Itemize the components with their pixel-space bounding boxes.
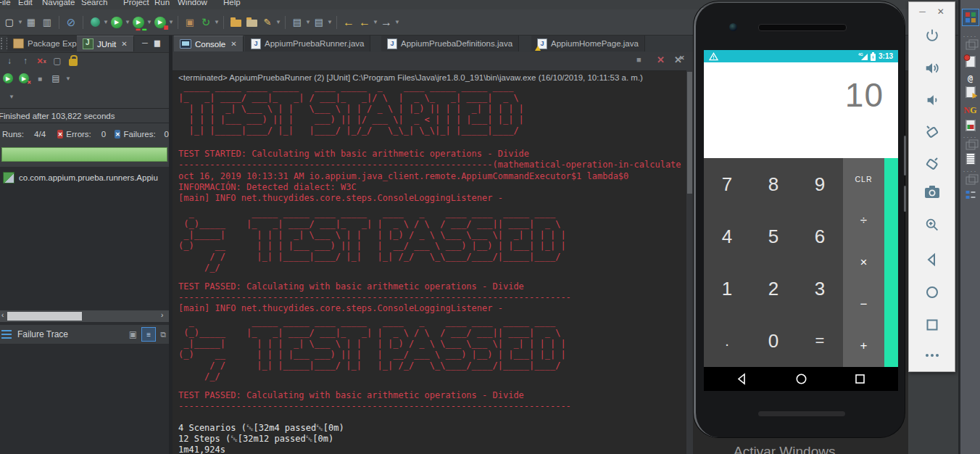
- horizontal-scrollbar[interactable]: ‹ ›: [0, 310, 169, 322]
- open-task-icon[interactable]: ▤: [312, 15, 326, 30]
- volume-up-icon[interactable]: [921, 57, 943, 79]
- key-2[interactable]: 2: [750, 263, 797, 315]
- menu-run[interactable]: Run: [154, 0, 170, 7]
- nav-home-icon[interactable]: [795, 373, 807, 385]
- menu-file[interactable]: File: [0, 0, 11, 7]
- task-dropdown-icon[interactable]: ▼: [327, 19, 333, 25]
- stop-test-icon[interactable]: ■: [33, 72, 46, 85]
- tab-appium-home-page[interactable]: J AppiumHomePage.java: [531, 36, 645, 51]
- forward-icon[interactable]: →: [379, 15, 394, 30]
- coverage-dropdown-icon[interactable]: ▼: [146, 19, 152, 25]
- layout-dropdown-icon[interactable]: ▼: [65, 75, 71, 82]
- maximize-view-icon[interactable]: ▆: [154, 38, 160, 46]
- outline-view-icon[interactable]: [966, 190, 975, 199]
- screenshot-camera-icon[interactable]: [921, 181, 943, 203]
- key-3[interactable]: 3: [797, 263, 843, 315]
- menu-help[interactable]: Help: [223, 0, 241, 7]
- key-multiply[interactable]: ×: [843, 242, 884, 284]
- nav-overview-icon[interactable]: [854, 373, 866, 385]
- rerun-test-icon[interactable]: ▶: [1, 72, 14, 85]
- restore-view-icon[interactable]: [966, 177, 975, 185]
- snippet-export-icon[interactable]: [966, 86, 975, 98]
- tab-appium-prueba-definitions[interactable]: J AppiumPruebaDefinitions.java: [381, 36, 519, 51]
- forward-dropdown-icon[interactable]: ▼: [394, 19, 400, 25]
- volume-button[interactable]: [904, 136, 906, 176]
- key-5[interactable]: 5: [750, 210, 797, 263]
- nav-back-icon[interactable]: [736, 373, 748, 385]
- run-dropdown-icon[interactable]: ▼: [125, 19, 130, 25]
- volume-down-icon[interactable]: [921, 89, 943, 111]
- key-8[interactable]: 8: [750, 158, 797, 210]
- report-view-icon[interactable]: [966, 120, 975, 131]
- debug-dropdown-icon[interactable]: ▼: [103, 19, 109, 25]
- refresh-dropdown-icon[interactable]: ▼: [214, 19, 220, 25]
- close-icon[interactable]: ✕: [231, 40, 236, 48]
- new-dropdown-icon[interactable]: ▼: [17, 19, 23, 25]
- scroll-left-icon[interactable]: ‹: [1, 311, 4, 319]
- menu-edit[interactable]: Edit: [18, 0, 33, 7]
- copy-trace-icon[interactable]: ⧉: [160, 330, 166, 339]
- key-9[interactable]: 9: [797, 158, 843, 210]
- terminate-icon[interactable]: ■: [636, 55, 641, 64]
- remove-launch-icon[interactable]: ✕: [657, 54, 665, 65]
- remove-all-launches-icon[interactable]: ✕✕: [674, 54, 687, 65]
- new-wizard-icon[interactable]: ▢: [2, 15, 17, 30]
- previous-failure-icon[interactable]: ↑: [19, 54, 32, 67]
- marker-dropdown-icon[interactable]: ▼: [275, 19, 281, 25]
- back-icon[interactable]: ←: [357, 15, 372, 30]
- console-scrollbar-thumb[interactable]: [687, 72, 692, 194]
- zoom-icon[interactable]: [921, 214, 943, 236]
- emulator-close-icon[interactable]: ✕: [937, 7, 944, 17]
- rerun-failed-icon[interactable]: ▶✕: [17, 72, 30, 85]
- ng-app-icon[interactable]: NG: [963, 105, 976, 116]
- test-tree-item[interactable]: co.com.appium.prueba.runners.Appiu: [3, 172, 158, 183]
- key-decimal[interactable]: .: [704, 315, 750, 367]
- scrollbar-thumb[interactable]: [7, 312, 82, 321]
- close-icon[interactable]: ✕: [121, 40, 127, 48]
- console-scrollbar[interactable]: [686, 70, 693, 454]
- rotate-right-icon[interactable]: [921, 153, 943, 175]
- tab-appium-prueba-runner[interactable]: J AppiumPruebaRunner.java: [245, 36, 370, 51]
- view-menu-icon[interactable]: ▼: [9, 94, 14, 100]
- restore-view-icon[interactable]: [966, 42, 975, 50]
- run-icon[interactable]: ▶: [109, 15, 124, 30]
- advanced-panel-handle[interactable]: [884, 158, 898, 367]
- power-icon[interactable]: [921, 25, 943, 46]
- problems-view-icon[interactable]: [966, 56, 975, 67]
- key-add[interactable]: +: [843, 325, 884, 367]
- key-divide[interactable]: ÷: [843, 200, 884, 242]
- emu-back-icon[interactable]: [921, 249, 943, 271]
- more-options-icon[interactable]: [921, 344, 943, 366]
- key-0[interactable]: 0: [750, 315, 797, 367]
- show-skipped-icon[interactable]: ▢: [51, 54, 64, 67]
- scroll-right-icon[interactable]: ›: [161, 311, 163, 319]
- rotate-left-icon[interactable]: [921, 121, 943, 143]
- emulator-screen[interactable]: 4G 3:13 10 7 8 9: [704, 50, 898, 391]
- active-app-icon[interactable]: [962, 9, 979, 26]
- next-failure-icon[interactable]: ↓: [3, 54, 16, 67]
- key-1[interactable]: 1: [704, 263, 750, 315]
- mentions-view-icon[interactable]: @: [968, 73, 973, 83]
- back-history-icon[interactable]: ←: [341, 15, 356, 30]
- key-7[interactable]: 7: [704, 158, 750, 210]
- test-hierarchy-icon[interactable]: ▤: [49, 72, 62, 85]
- emu-overview-icon[interactable]: [921, 314, 943, 336]
- emulator-minimize-icon[interactable]: ─: [919, 7, 926, 17]
- key-equals[interactable]: =: [797, 315, 843, 367]
- restore-view-icon[interactable]: [966, 142, 975, 150]
- emu-home-icon[interactable]: [921, 281, 943, 303]
- save-icon[interactable]: ▦: [24, 15, 38, 30]
- menu-project[interactable]: Project: [123, 0, 149, 7]
- skip-breakpoints-icon[interactable]: ⊘: [64, 15, 78, 30]
- tab-junit[interactable]: JUnit ✕: [77, 36, 134, 51]
- open-type-icon[interactable]: ▤: [290, 15, 304, 30]
- scroll-lock-icon[interactable]: [67, 54, 80, 67]
- coverage-icon[interactable]: ▶▂▂: [131, 15, 146, 30]
- profile-dropdown-icon[interactable]: ▼: [168, 19, 174, 25]
- save-all-icon[interactable]: ▥: [40, 15, 54, 30]
- key-clear[interactable]: CLR: [843, 158, 884, 200]
- minimize-view-icon[interactable]: ─: [142, 38, 148, 47]
- trace-filter-icon[interactable]: ▣: [129, 329, 137, 339]
- back-dropdown-icon[interactable]: ▼: [373, 19, 378, 25]
- menu-window[interactable]: Window: [178, 0, 207, 7]
